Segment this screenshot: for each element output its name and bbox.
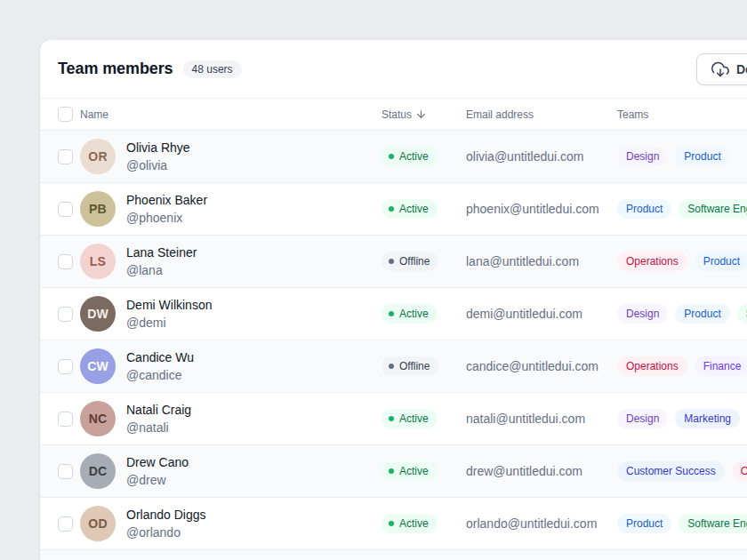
team-badge: Software Engineering [737,304,747,324]
row-checkbox[interactable] [58,254,73,269]
team-badge: Product [675,147,729,166]
team-badge: Product [675,304,729,324]
avatar: DW [80,296,116,332]
member-cell: NC Natali Craig @natali [80,401,382,436]
member-name: Natali Craig [126,401,191,419]
member-email: olivia@untitledui.com [466,149,617,164]
user-count-badge: 48 users [183,60,242,78]
member-handle: @olivia [126,156,190,174]
table-row: DC Drew Cano @drew Active drew@untitledu… [40,445,747,498]
team-badges: DesignMarketing [617,409,747,428]
table-header-row: Name Status Email address Teams [40,99,747,131]
status-dot-icon [389,259,394,264]
member-handle: @phoenix [126,209,207,227]
column-header-status[interactable]: Status [382,108,466,121]
status-dot-icon [389,311,394,316]
row-checkbox[interactable] [58,149,73,164]
table-row: NC Natali Craig @natali Active natali@un… [40,393,747,445]
team-badges: OperationsFinance [617,356,747,376]
row-checkbox[interactable] [58,464,73,479]
avatar: OD [80,506,116,541]
status-dot-icon [389,468,394,474]
team-badge: Design [617,147,668,166]
column-header-email[interactable]: Email address [466,108,617,121]
member-cell: DW Demi Wilkinson @demi [80,296,382,332]
team-badge: Customer Success [617,461,725,481]
status-badge: Active [382,514,438,533]
status-label: Active [399,201,429,217]
status-label: Offline [399,253,430,269]
table-row: DW Demi Wilkinson @demi Active demi@unti… [40,288,747,340]
avatar: LS [80,244,116,279]
member-email: orlando@untitledui.com [466,516,617,531]
team-badges: Customer SuccessOperations [617,461,747,481]
download-cloud-icon [711,60,729,78]
row-checkbox[interactable] [58,516,73,532]
team-badge: Software Engineering [679,199,747,219]
avatar: DC [80,453,116,489]
row-checkbox[interactable] [58,202,73,217]
status-label: Active [399,306,429,322]
status-label: Active [399,148,429,164]
status-badge: Active [382,409,438,428]
status-badge: Active [382,147,438,166]
row-checkbox[interactable] [58,307,73,322]
team-badge: Product [695,252,747,271]
row-checkbox[interactable] [58,412,73,427]
member-email: natali@untitledui.com [466,412,617,426]
member-email: lana@untitledui.com [466,254,617,268]
team-badges: OperationsProduct [617,252,747,271]
team-badge: Software Engineering [679,514,747,533]
member-name: Phoenix Baker [126,191,207,209]
team-badge: Design [617,409,668,428]
member-name: Olivia Rhye [126,139,190,156]
avatar: OR [80,139,116,174]
status-dot-icon [389,416,394,421]
table-row: PB Phoenix Baker @phoenix Active phoenix… [40,183,747,236]
avatar: CW [80,348,116,384]
status-label: Offline [399,358,430,374]
member-name: Lana Steiner [126,244,197,261]
member-name: Demi Wilkinson [126,296,212,314]
status-badge: Active [382,199,438,219]
column-header-name[interactable]: Name [80,108,382,121]
team-badges: DesignProductSoftware Engineering [617,304,747,324]
member-name: Orlando Diggs [126,506,206,524]
team-members-card: Team members 48 users Download Name Stat… [40,40,747,560]
status-dot-icon [389,206,394,212]
member-handle: @orlando [126,524,206,541]
team-badge: Operations [617,356,687,376]
member-cell: OR Olivia Rhye @olivia [80,139,382,174]
download-button[interactable]: Download [696,53,747,85]
team-badges: ProductSoftware Engineering [617,514,747,533]
member-handle: @demi [126,314,212,332]
download-button-label: Download [736,62,747,76]
select-all-checkbox[interactable] [58,107,73,122]
status-badge: Offline [382,252,438,271]
page-title: Team members [58,60,173,78]
member-email: demi@untitledui.com [466,307,617,321]
avatar: NC [80,401,116,436]
member-handle: @candice [126,366,194,384]
table-row: LS Lana Steiner @lana Offline lana@untit… [40,236,747,288]
team-badge: Operations [732,461,747,481]
team-badge: Operations [617,252,687,271]
status-label: Active [399,411,429,427]
team-badge: Marketing [675,409,740,428]
table-row: CW Candice Wu @candice Offline candice@u… [40,340,747,393]
column-header-teams[interactable]: Teams [617,108,747,121]
table-footer-strip [40,550,747,560]
member-cell: OD Orlando Diggs @orlando [80,506,382,541]
status-label: Active [399,463,429,479]
member-handle: @natali [126,419,191,436]
avatar: PB [80,191,116,227]
member-cell: CW Candice Wu @candice [80,348,382,384]
status-badge: Active [382,461,438,481]
sort-arrow-down-icon [415,108,427,120]
row-checkbox[interactable] [58,359,73,374]
team-badges: DesignProduct [617,147,747,166]
team-badges: ProductSoftware Engineering [617,199,747,219]
status-dot-icon [389,364,394,369]
member-email: phoenix@untitledui.com [466,202,617,216]
status-badge: Offline [382,356,438,376]
